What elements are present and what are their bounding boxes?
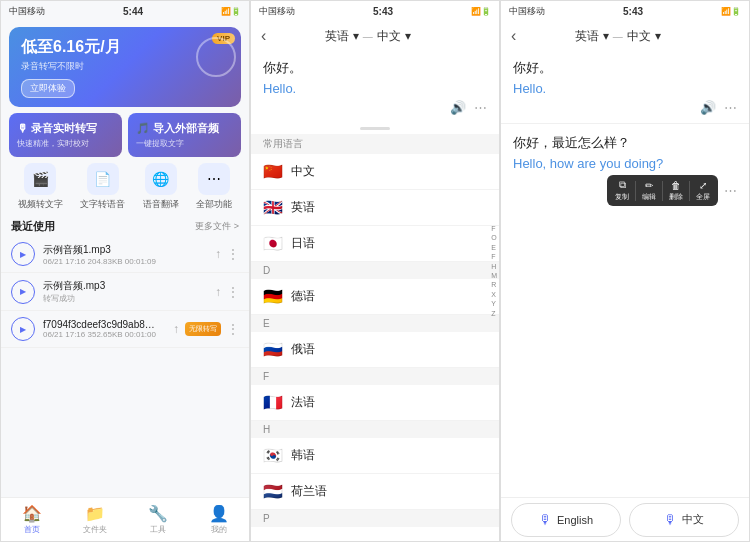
share-icon-3[interactable]: ↑ — [173, 322, 179, 336]
realtime-transcribe-card[interactable]: 🎙 录音实时转写 快速精准，实时校对 — [9, 113, 122, 157]
flag-zh: 🇨🇳 — [263, 162, 283, 181]
nav-profile[interactable]: 👤 我的 — [209, 504, 229, 535]
phone3-header: ‹ 英语 ▾ — 中文 ▾ — [501, 21, 749, 51]
lang-selector-3[interactable]: 英语 ▾ — 中文 ▾ — [575, 28, 661, 45]
func-text-speech[interactable]: 📄 文字转语音 — [80, 163, 125, 211]
alpha-x[interactable]: X — [491, 290, 497, 298]
play-button-2[interactable]: ▶ — [11, 280, 35, 304]
mic-icon-en: 🎙 — [539, 512, 552, 527]
lang-name-nl: 荷兰语 — [291, 483, 487, 500]
edit-button[interactable]: ✏ 编辑 — [636, 176, 662, 206]
flag-de: 🇩🇪 — [263, 287, 283, 306]
lang-sep-2: — — [363, 31, 373, 42]
nav-files[interactable]: 📁 文件夹 — [83, 504, 107, 535]
lang-option-en[interactable]: 🇬🇧 英语 — [251, 190, 499, 226]
section-d-label: D — [251, 262, 499, 279]
lang-option-de[interactable]: 🇩🇪 德语 — [251, 279, 499, 315]
alpha-r[interactable]: R — [491, 281, 497, 289]
dropdown-target-2[interactable]: ▾ — [405, 29, 411, 43]
flag-en: 🇬🇧 — [263, 198, 283, 217]
alpha-m[interactable]: M — [491, 272, 497, 280]
back-button-3[interactable]: ‹ — [511, 27, 516, 45]
file-info-2: 示例音频.mp3 转写成功 — [43, 279, 207, 304]
lang-selector-2[interactable]: 英语 ▾ — 中文 ▾ — [325, 28, 411, 45]
share-icon-2[interactable]: ↑ — [215, 285, 221, 299]
file-meta-2: 转写成功 — [43, 293, 207, 304]
alpha-f[interactable]: F — [491, 225, 497, 233]
back-button-2[interactable]: ‹ — [261, 27, 266, 45]
dropdown-source-2[interactable]: ▾ — [353, 29, 359, 43]
lang-option-ru[interactable]: 🇷🇺 俄语 — [251, 332, 499, 368]
more-icon-3b[interactable]: ⋯ — [724, 183, 737, 198]
more-icon-t2[interactable]: ⋯ — [474, 100, 487, 115]
file-item[interactable]: ▶ f7094f3cdeef3c9d9ab8… 06/21 17:16 352.… — [1, 311, 249, 348]
recent-title: 最近使用 — [11, 219, 55, 234]
carrier-2: 中国移动 — [259, 5, 295, 18]
lang-option-zh[interactable]: 🇨🇳 中文 — [251, 154, 499, 190]
file-actions-1: ↑ ⋮ — [215, 247, 239, 261]
section-f-label: F — [251, 368, 499, 385]
lang-option-ja[interactable]: 🇯🇵 日语 — [251, 226, 499, 262]
lang-name-ko: 韩语 — [291, 447, 487, 464]
lang-name-ja: 日语 — [291, 235, 487, 252]
share-icon-1[interactable]: ↑ — [215, 247, 221, 261]
func-video[interactable]: 🎬 视频转文字 — [18, 163, 63, 211]
more-icon-3[interactable]: ⋮ — [227, 322, 239, 336]
lang-name-en: 英语 — [291, 199, 487, 216]
alpha-o[interactable]: O — [491, 234, 497, 242]
nav-profile-label: 我的 — [211, 524, 227, 535]
nav-tools[interactable]: 🔧 工具 — [148, 504, 168, 535]
fullscreen-button[interactable]: ⤢ 全屏 — [690, 176, 716, 206]
nav-home[interactable]: 🏠 首页 — [22, 504, 42, 535]
context-menu: ⧉ 复制 ✏ 编辑 🗑 删除 ⤢ 全屏 — [607, 175, 718, 206]
function-grid: 🎬 视频转文字 📄 文字转语音 🌐 语音翻译 ⋯ 全部功能 — [9, 163, 241, 211]
import-title: 🎵 导入外部音频 — [136, 121, 233, 136]
files-icon: 📁 — [85, 504, 105, 523]
func-all-label: 全部功能 — [196, 198, 232, 211]
alpha-z[interactable]: Z — [491, 309, 497, 317]
drag-handle — [360, 127, 390, 130]
copy-icon: ⧉ — [619, 179, 626, 191]
play-button-1[interactable]: ▶ — [11, 242, 35, 266]
file-item[interactable]: ▶ 示例音频1.mp3 06/21 17:16 204.83KB 00:01:0… — [1, 236, 249, 273]
mic-english-button[interactable]: 🎙 English — [511, 503, 621, 537]
video-icon: 🎬 — [24, 163, 56, 195]
alpha-index: F O E F H M R X Y Z — [491, 225, 497, 318]
alpha-h[interactable]: H — [491, 262, 497, 270]
alpha-e[interactable]: E — [491, 243, 497, 251]
lang-option-fr[interactable]: 🇫🇷 法语 — [251, 385, 499, 421]
play-button-3[interactable]: ▶ — [11, 317, 35, 341]
copy-button[interactable]: ⧉ 复制 — [609, 175, 635, 206]
translation-area-2: 你好。 Hello. 🔊 ⋯ — [251, 51, 499, 123]
lang-name-ru: 俄语 — [291, 341, 487, 358]
time-2: 5:43 — [373, 6, 393, 17]
dropdown-source-3[interactable]: ▾ — [603, 29, 609, 43]
import-audio-card[interactable]: 🎵 导入外部音频 一键提取文字 — [128, 113, 241, 157]
banner-cta-button[interactable]: 立即体验 — [21, 79, 75, 98]
delete-button[interactable]: 🗑 删除 — [663, 176, 689, 206]
promo-banner[interactable]: VIP 低至6.16元/月 录音转写不限时 立即体验 — [9, 27, 241, 107]
lang-option-ko[interactable]: 🇰🇷 韩语 — [251, 438, 499, 474]
mic-chinese-button[interactable]: 🎙 中文 — [629, 503, 739, 537]
alpha-y[interactable]: Y — [491, 300, 497, 308]
file-list: ▶ 示例音频1.mp3 06/21 17:16 204.83KB 00:01:0… — [1, 236, 249, 497]
lang-option-nl[interactable]: 🇳🇱 荷兰语 — [251, 474, 499, 510]
file-name-1: 示例音频1.mp3 — [43, 243, 207, 257]
speaker-icon-2[interactable]: 🔊 — [450, 100, 466, 115]
speaker-icon-3a[interactable]: 🔊 — [700, 100, 716, 115]
source-text-3b: 你好，最近怎么样？ — [513, 134, 737, 152]
more-files-link[interactable]: 更多文件 > — [195, 220, 239, 233]
mic-english-label: English — [557, 514, 593, 526]
func-translate[interactable]: 🌐 语音翻译 — [143, 163, 179, 211]
status-icons-3: 📶🔋 — [721, 7, 741, 16]
more-icon-1[interactable]: ⋮ — [227, 247, 239, 261]
file-item[interactable]: ▶ 示例音频.mp3 转写成功 ↑ ⋮ — [1, 273, 249, 311]
func-all[interactable]: ⋯ 全部功能 — [196, 163, 232, 211]
more-icon-3a[interactable]: ⋯ — [724, 100, 737, 115]
file-actions-2: ↑ ⋮ — [215, 285, 239, 299]
alpha-f2[interactable]: F — [491, 253, 497, 261]
carrier-1: 中国移动 — [9, 5, 45, 18]
more-icon-2[interactable]: ⋮ — [227, 285, 239, 299]
dropdown-target-3[interactable]: ▾ — [655, 29, 661, 43]
bottom-nav-1: 🏠 首页 📁 文件夹 🔧 工具 👤 我的 — [1, 497, 249, 541]
